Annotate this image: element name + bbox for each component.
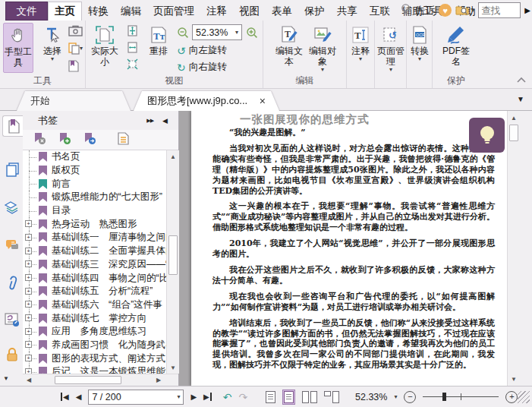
zoom-in-icon[interactable] — [246, 27, 259, 39]
bookmark-item[interactable]: + 版权页 — [23, 164, 166, 178]
bookmark-item[interactable]: + 基础训练三 深究原因——“ — [23, 258, 166, 272]
digital-signature-panel-icon[interactable] — [2, 310, 21, 330]
clipboard-icon[interactable]: ▾ — [68, 42, 83, 55]
zoom-in-button[interactable]: + — [505, 391, 518, 403]
find-input[interactable] — [478, 2, 521, 18]
expand-plus-icon[interactable]: + — [25, 260, 32, 267]
previous-view-icon[interactable]: ↶ — [223, 391, 232, 403]
delete-bookmark-icon[interactable] — [33, 132, 46, 147]
tab-start[interactable]: 开始 — [17, 91, 131, 111]
attachments-panel-icon[interactable] — [2, 273, 21, 293]
bookmarks-panel-icon[interactable] — [2, 115, 24, 137]
security-panel-icon[interactable] — [2, 345, 21, 364]
convert-button[interactable]: OCR 转换 ▾ — [407, 23, 433, 73]
expand-plus-icon[interactable]: + — [25, 274, 32, 281]
expand-plus-icon[interactable]: + — [25, 328, 32, 335]
bookmark-item[interactable]: + 前言 — [23, 177, 166, 191]
scroll-up-icon[interactable]: ▲ — [508, 113, 520, 122]
layers-panel-icon[interactable] — [2, 197, 21, 217]
snapshot-camera-icon[interactable] — [68, 25, 83, 36]
find-next-icon[interactable]: ▶ — [524, 6, 530, 14]
expand-plus-icon[interactable]: + — [25, 368, 32, 374]
scrollbar-thumb[interactable] — [168, 235, 178, 275]
scroll-up-icon[interactable]: ▲ — [167, 152, 179, 161]
rotate-right-button[interactable]: ↻ 向右旋转 — [177, 61, 227, 74]
first-page-icon[interactable]: ◀ — [61, 393, 69, 401]
collapse-panel-icon[interactable]: ◀ — [162, 117, 168, 125]
search-folder-icon[interactable]: ▾ — [455, 5, 474, 16]
lightbulb-icon[interactable] — [400, 3, 411, 18]
comment-button[interactable]: T 注释 ▾ — [348, 23, 373, 73]
edit-text-button[interactable]: T 编辑文本 — [274, 23, 304, 73]
edit-object-button[interactable]: 编辑对象 ▾ — [307, 23, 338, 73]
file-menu-button[interactable]: 文件 — [5, 2, 48, 21]
chevron-down-icon[interactable]: ▾ — [394, 394, 397, 400]
facing-layout-icon[interactable] — [302, 391, 317, 403]
scrollbar-thumb[interactable] — [55, 376, 121, 384]
select-tool-button[interactable]: 选择 ▾ — [38, 23, 67, 73]
menu-tab[interactable]: 编辑 — [115, 2, 147, 21]
bookmark-item[interactable]: + 基础训练五 分析“流程” — [23, 285, 166, 298]
bookmark-item[interactable]: + 养成画图习惯 化为随身武器 — [23, 339, 166, 352]
bookmark-item[interactable]: + 基础训练四 事物之间的“比 — [23, 271, 166, 285]
tab-list-icon[interactable]: ▼ — [517, 95, 524, 103]
close-tab-icon[interactable]: × — [260, 95, 266, 107]
bookmark-item[interactable]: + 锻炼思维能力的“七大图形” — [23, 191, 166, 204]
zoom-level-combo[interactable]: 52.33% ▾ — [192, 24, 242, 40]
hand-tool-button[interactable]: 手型工具 — [3, 23, 33, 73]
expand-plus-icon[interactable]: + — [25, 301, 32, 308]
menu-tab[interactable]: 主页 — [48, 2, 82, 21]
menu-tab[interactable]: 保护 — [298, 2, 331, 21]
scroll-down-icon[interactable]: ▼ — [167, 363, 179, 372]
zoom-out-icon[interactable] — [177, 27, 190, 39]
collapse-ribbon-icon[interactable] — [517, 74, 526, 85]
reflow-button[interactable]: Tᴛ 重排 — [143, 23, 174, 73]
menu-tab[interactable]: 视图 — [233, 2, 266, 21]
next-page-icon[interactable]: ▶ — [190, 393, 197, 401]
expand-plus-icon[interactable]: + — [25, 220, 32, 227]
bookmark-item[interactable]: + 后记 这是一本锻炼思维能力 — [23, 365, 166, 374]
bookmarks-vertical-scrollbar[interactable]: ▲ ▼ — [166, 150, 179, 374]
zoom-out-button[interactable]: − — [404, 391, 416, 403]
bookmark-item[interactable]: + 目录 — [23, 204, 166, 218]
bookmark-item[interactable]: + 基础训练一 厘清事物之间的 — [23, 231, 166, 245]
scroll-right-icon[interactable]: ▶ — [154, 374, 163, 386]
slider-knob[interactable] — [442, 393, 446, 401]
expand-plus-icon[interactable]: + — [25, 341, 32, 348]
zoom-slider[interactable] — [423, 392, 499, 402]
page-list-icon[interactable] — [118, 132, 129, 147]
expand-plus-icon[interactable]: + — [25, 355, 32, 361]
zoom-percent-value[interactable]: 52.33% — [355, 392, 387, 402]
scroll-left-icon[interactable]: ◀ — [24, 374, 33, 386]
pages-panel-icon[interactable] — [2, 159, 21, 179]
scroll-down-icon[interactable]: ▼ — [508, 374, 520, 383]
menu-tab[interactable]: 互联 — [364, 2, 396, 21]
comments-panel-icon[interactable] — [2, 235, 21, 255]
add-bookmark-icon[interactable] — [58, 132, 71, 147]
rotate-left-button[interactable]: ↺ 向左旋转 — [177, 44, 227, 57]
expand-plus-icon[interactable]: + — [25, 248, 32, 254]
expand-plus-icon[interactable]: + — [25, 234, 32, 241]
menu-tab[interactable]: 页面管理 — [147, 2, 200, 21]
bookmark-item[interactable]: + 基础训练六 “组合”这件事 — [23, 298, 166, 312]
pdf-sign-button[interactable]: PDF签名 — [439, 23, 473, 73]
bookmark-item[interactable]: + 书名页 — [23, 150, 166, 164]
goto-bookmark-icon[interactable] — [83, 132, 96, 147]
bookmark-item[interactable]: + 热身运动 熟悉图形 — [23, 217, 166, 231]
scrollbar-thumb[interactable] — [509, 125, 518, 141]
single-page-layout-icon[interactable] — [266, 391, 275, 403]
bookmark-item[interactable]: + 图形的表现方式、阐述方式 — [23, 352, 166, 365]
menu-tab[interactable]: 表单 — [266, 2, 298, 21]
bookmark-item[interactable]: + 基础训练二 全面掌握具体内 — [23, 245, 166, 258]
menu-tab[interactable]: 共享 — [331, 2, 364, 21]
fit-width-icon[interactable] — [126, 41, 139, 54]
bookmark-item[interactable]: + 应用 多角度思维练习 — [23, 325, 166, 339]
fit-visible-icon[interactable] — [126, 58, 139, 71]
expand-bookmarks-icon[interactable]: ▶▶ — [146, 118, 153, 124]
expand-plus-icon[interactable]: + — [25, 314, 32, 321]
resize-grip[interactable] — [518, 391, 530, 403]
tell-me-label[interactable]: 告诉 — [415, 4, 435, 17]
page-number-combo[interactable]: 7 / 200 ▾ — [88, 390, 184, 405]
more-panels-icon[interactable]: ▼ — [3, 375, 9, 382]
continuous-facing-layout-icon[interactable] — [324, 391, 339, 403]
